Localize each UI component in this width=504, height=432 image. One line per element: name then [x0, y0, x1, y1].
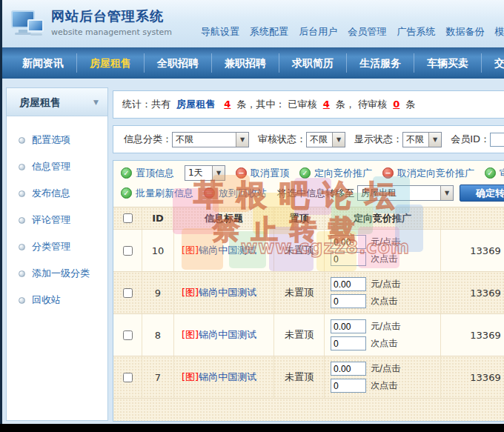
- info-title-link[interactable]: 锦尚中国测试: [199, 244, 256, 257]
- bullet-icon: [19, 244, 25, 250]
- row-checkbox[interactable]: [123, 373, 133, 382]
- top-nav-item-system-config[interactable]: 系统配置: [250, 25, 288, 39]
- dropdown-arrow-icon: ▼: [236, 133, 248, 147]
- sidebar-item-label: 评论管理: [32, 213, 70, 227]
- stats-bar: 统计：共有 房屋租售 4 条，其中： 已审核 4 条， 待审核 0 条: [113, 90, 504, 119]
- pin-info-label: 置顶信息: [136, 167, 174, 180]
- sidebar-item-label: 添加一级分类: [32, 267, 90, 280]
- transfer-target-select[interactable]: 房屋出租 ▼: [357, 185, 454, 201]
- sidebar-item-info-mgmt[interactable]: 信息管理: [7, 153, 107, 180]
- clicks-unit-label: 次点击: [371, 379, 397, 392]
- top-nav-item-ad-system[interactable]: 广告系统: [397, 25, 435, 39]
- tab-parttime-jobs[interactable]: 兼职招聘: [211, 53, 279, 73]
- chevron-down-icon: ▼: [93, 88, 99, 116]
- info-title-link[interactable]: 锦尚中国测试: [199, 370, 256, 384]
- top-nav-item-nav-settings[interactable]: 导航设置: [201, 25, 239, 39]
- click-count-input[interactable]: [331, 252, 366, 266]
- row-checkbox[interactable]: [123, 330, 133, 340]
- sidebar-item-add-category[interactable]: 添加一级分类: [7, 260, 107, 287]
- bullet-icon: [19, 297, 25, 304]
- member-id-input[interactable]: [490, 133, 504, 147]
- main-content: 统计：共有 房屋租售 4 条，其中： 已审核 4 条， 待审核 0 条 信息分类…: [113, 90, 504, 422]
- move-to-recycle-button[interactable]: − 放到回收站: [204, 187, 267, 200]
- toolbar-row-2: ✓ 批量刷新信息 − 放到回收站 将选中信息转移至 房屋出租 ▼ 确定转移: [113, 182, 504, 204]
- filter-audit-select[interactable]: 不限 ▼: [306, 132, 345, 147]
- cancel-promo-button[interactable]: − 取消定向竞价推广: [382, 167, 474, 180]
- click-count-input[interactable]: [331, 336, 366, 350]
- pin-days-value: 1天: [185, 167, 212, 179]
- top-nav-item-template-mgmt[interactable]: 模板管理: [495, 25, 504, 39]
- clicks-unit-label: 次点击: [371, 295, 397, 308]
- sidebar-menu: 配置选项 信息管理 发布信息 评论管理 分类管理 添加一级分类 回收站: [7, 116, 107, 313]
- sidebar-item-category-mgmt[interactable]: 分类管理: [7, 233, 107, 260]
- table-footer: [113, 399, 504, 421]
- tab-dating[interactable]: 交友活动: [481, 53, 504, 73]
- sidebar-item-publish-info[interactable]: 发布信息: [7, 180, 107, 207]
- row-checkbox[interactable]: [123, 288, 133, 298]
- table-header-row: ID 信息标题 置顶 定向竞价推广: [113, 207, 504, 230]
- row-checkbox[interactable]: [123, 246, 133, 256]
- top-nav-item-member-mgmt[interactable]: 会员管理: [348, 25, 386, 39]
- row-id: 10: [142, 230, 174, 271]
- bullet-icon: [19, 164, 25, 170]
- dropdown-arrow-icon: ▼: [428, 133, 441, 147]
- unpin-button[interactable]: − 取消置顶: [236, 167, 289, 180]
- minus-circle-icon: −: [236, 167, 247, 179]
- price-per-click-input[interactable]: [331, 277, 366, 291]
- audit-info-button[interactable]: ✓ 审核信息: [485, 167, 504, 180]
- top-nav-item-admin-users[interactable]: 后台用户: [299, 25, 337, 39]
- pin-info-button[interactable]: ✓ 置顶信息: [121, 167, 174, 180]
- filter-category-select[interactable]: 不限 ▼: [172, 132, 249, 147]
- col-header-id: ID: [142, 207, 174, 229]
- price-unit-label: 元/点击: [371, 362, 400, 375]
- tab-housing[interactable]: 房屋租售: [76, 53, 144, 73]
- app-title-block: 网站后台管理系统 website management system: [51, 7, 172, 37]
- select-all-checkbox[interactable]: [123, 213, 133, 223]
- sidebar-item-label: 配置选项: [32, 133, 70, 147]
- confirm-transfer-button[interactable]: 确定转移: [460, 185, 504, 202]
- price-per-click-input[interactable]: [331, 319, 366, 333]
- batch-refresh-button[interactable]: ✓ 批量刷新信息: [121, 187, 193, 200]
- price-unit-label: 元/点击: [371, 320, 400, 333]
- check-circle-icon: ✓: [299, 167, 311, 179]
- info-title-link[interactable]: 锦尚中国测试: [199, 328, 256, 342]
- tab-news[interactable]: 新闻资讯: [10, 53, 76, 73]
- image-tag: [图]: [182, 244, 199, 257]
- price-per-click-input[interactable]: [331, 235, 366, 249]
- pin-days-select[interactable]: 1天 ▼: [185, 165, 225, 181]
- tab-vehicles[interactable]: 车辆买卖: [414, 53, 481, 73]
- sidebar-item-recycle-bin[interactable]: 回收站: [7, 287, 107, 313]
- col-header-time: [441, 207, 504, 229]
- col-header-top: 置顶: [274, 207, 325, 229]
- row-timestamp: 13369: [441, 230, 504, 271]
- promo-button[interactable]: ✓ 定向竞价推广: [299, 167, 372, 180]
- image-tag: [图]: [182, 328, 199, 342]
- tab-life-services[interactable]: 生活服务: [346, 53, 414, 73]
- tab-fulltime-jobs[interactable]: 全职招聘: [144, 53, 211, 73]
- image-tag: [图]: [182, 286, 199, 299]
- click-count-input[interactable]: [331, 379, 366, 393]
- price-unit-label: 元/点击: [371, 278, 400, 290]
- sidebar-item-comment-mgmt[interactable]: 评论管理: [7, 207, 107, 233]
- top-nav-item-data-backup[interactable]: 数据备份: [445, 25, 484, 39]
- sidebar-item-config-options[interactable]: 配置选项: [7, 127, 107, 153]
- image-tag: [图]: [182, 370, 199, 384]
- filter-display-select[interactable]: 不限 ▼: [402, 132, 442, 147]
- bullet-icon: [19, 137, 25, 144]
- table-row: 10 [图] 锦尚中国测试 未置顶 元/点击 次点击 13369: [113, 230, 504, 272]
- price-per-click-input[interactable]: [331, 362, 366, 376]
- info-title-link[interactable]: 锦尚中国测试: [199, 286, 256, 299]
- admin-page: 网站后台管理系统 website management system 导航设置 …: [0, 0, 504, 432]
- clicks-unit-label: 次点击: [371, 253, 397, 265]
- table-row: 8 [图] 锦尚中国测试 未置顶 元/点击 次点击 13369: [113, 314, 504, 356]
- tab-resumes[interactable]: 求职简历: [279, 53, 346, 73]
- stats-text: 统计：共有: [122, 99, 170, 110]
- minus-circle-icon: −: [204, 187, 215, 199]
- click-count-input[interactable]: [331, 294, 366, 308]
- filter-category-value: 不限: [173, 133, 236, 146]
- app-logo-icon: [11, 9, 45, 39]
- sidebar-header[interactable]: 房屋租售 ▼: [7, 88, 107, 116]
- sidebar: 房屋租售 ▼ 配置选项 信息管理 发布信息 评论管理 分类管理 添加一级分类: [6, 87, 108, 421]
- info-table: ID 信息标题 置顶 定向竞价推广 10 [图] 锦尚中国测试 未置顶: [113, 207, 504, 421]
- promo-label: 定向竞价推广: [314, 167, 372, 180]
